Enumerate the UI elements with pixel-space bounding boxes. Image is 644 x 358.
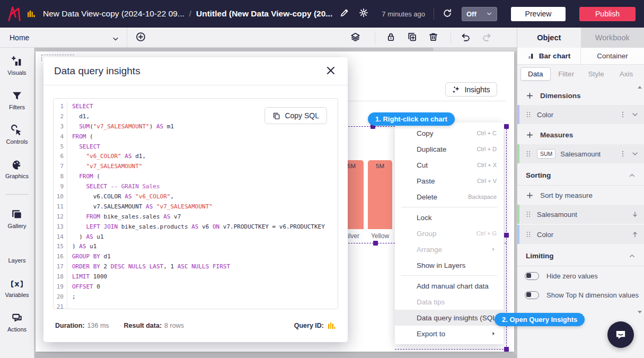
chart-bar-yellow[interactable]: 5MYellow: [368, 160, 392, 229]
add-sort-by-measure-button[interactable]: Sort by measure: [517, 186, 644, 205]
kebab-icon[interactable]: [619, 150, 627, 158]
sort-row-salesamount[interactable]: Salesamount: [517, 205, 644, 224]
selection-handle[interactable]: [504, 233, 509, 238]
sidebar-item-visuals[interactable]: Visuals: [0, 55, 34, 76]
app-root: New Data View-copy (2024-10-22 09.../Unt…: [0, 0, 644, 358]
duplicate-icon: [402, 145, 410, 153]
callout-step-1: 1. Right-click on chart: [368, 112, 455, 126]
menu-item-label: Cut: [417, 161, 428, 169]
canvas-bottom-scrollbar[interactable]: [34, 354, 517, 358]
publish-button[interactable]: Publish: [579, 7, 636, 21]
sort-row-color[interactable]: Color: [517, 225, 644, 244]
drag-handle-icon[interactable]: [525, 111, 532, 118]
tab-data[interactable]: Data: [521, 67, 551, 81]
component-tab-container[interactable]: Container: [580, 48, 644, 64]
duplicate-button[interactable]: [407, 32, 419, 43]
selection-handle[interactable]: [504, 124, 509, 129]
tab-filter[interactable]: Filter: [552, 67, 581, 81]
horizontal-scrollbar[interactable]: [0, 48, 517, 51]
autosave-value: Off: [466, 10, 477, 18]
arrow-down-icon[interactable]: [631, 211, 639, 218]
menu-item-data-query-insights-sql[interactable]: Data query insights (SQL): [395, 310, 504, 326]
selection-handle[interactable]: [504, 347, 509, 352]
breadcrumb-dataset[interactable]: New Data View-copy (2024-10-22 09...: [43, 9, 184, 18]
scrollbar-thumb[interactable]: [25, 48, 434, 51]
sidebar-item-layers[interactable]: Layers: [0, 243, 34, 264]
menu-item-show-in-layers[interactable]: Show in Layers: [395, 257, 504, 273]
sidebar-item-filters[interactable]: Filters: [0, 90, 34, 110]
modal-header: Data query insights: [43, 57, 348, 85]
sidebar-item-actions[interactable]: Actions: [0, 312, 34, 333]
toggle-label: Hide zero values: [546, 272, 598, 280]
menu-item-shortcut: Ctrl + X: [477, 162, 497, 168]
toggle-switch-show-top-n-dimension-values[interactable]: [525, 291, 539, 299]
menu-item-copy[interactable]: CopyCtrl + C: [395, 125, 504, 141]
page-selector-dropdown[interactable]: Home: [0, 28, 127, 47]
autosave-dropdown[interactable]: Off: [462, 7, 497, 21]
sidebar-item-graphics[interactable]: Graphics: [0, 159, 34, 179]
menu-item-duplicate[interactable]: DuplicateCtrl + D: [395, 141, 504, 157]
sidebar-item-label: Layers: [8, 257, 25, 264]
kebab-icon[interactable]: [619, 111, 627, 118]
drag-handle-icon[interactable]: [525, 211, 532, 218]
drag-handle-icon[interactable]: [525, 231, 532, 238]
tab-workbook[interactable]: Workbook: [581, 28, 644, 48]
component-tab-bar-chart[interactable]: Bar chart: [517, 48, 580, 64]
menu-item-cut[interactable]: CutCtrl + X: [395, 157, 504, 173]
menu-item-lock[interactable]: Lock: [395, 209, 504, 225]
menu-item-export-to[interactable]: Export to: [395, 326, 504, 342]
collapse-chevron-icon[interactable]: [629, 252, 636, 259]
page-selector-value: Home: [10, 33, 29, 42]
plus-icon: [526, 92, 534, 100]
copy-sql-button[interactable]: Copy SQL: [264, 107, 327, 124]
measure-row-salesamount[interactable]: SUMSalesamount: [517, 144, 644, 163]
selection-handle[interactable]: [373, 241, 378, 246]
layer-order-button[interactable]: [350, 32, 362, 43]
settings-gear-icon[interactable]: [359, 8, 370, 20]
help-chat-button[interactable]: [607, 321, 634, 348]
add-measure-button[interactable]: Measures: [517, 125, 644, 144]
sidebar-item-controls[interactable]: Controls: [0, 124, 34, 145]
scroll-down-arrow[interactable]: [638, 311, 642, 313]
tab-object[interactable]: Object: [517, 28, 581, 48]
delete-button[interactable]: [428, 32, 440, 43]
menu-item-add-manual-chart-data[interactable]: Add manual chart data: [395, 278, 504, 294]
menu-item-paste[interactable]: PasteCtrl + V: [395, 173, 504, 189]
tab-axis[interactable]: Axis: [612, 67, 641, 81]
line-number: 12: [54, 212, 67, 222]
arrow-up-icon[interactable]: [631, 231, 639, 238]
close-icon[interactable]: [325, 65, 337, 77]
add-element-button[interactable]: [136, 32, 147, 43]
line-number: 7: [54, 162, 67, 172]
insights-button[interactable]: Insights: [445, 82, 497, 97]
submenu-caret-icon: [490, 330, 497, 337]
aggregation-chip[interactable]: SUM: [537, 149, 555, 159]
svg-text:{x}: {x}: [11, 280, 23, 288]
refresh-icon[interactable]: [443, 8, 453, 19]
dimension-row-color[interactable]: Color: [517, 105, 644, 124]
rename-pencil-icon[interactable]: [340, 8, 351, 20]
add-dimension-button[interactable]: Dimensions: [517, 86, 644, 105]
toggle-switch-hide-zero-values[interactable]: [525, 272, 539, 280]
drag-handle-icon[interactable]: [525, 150, 532, 158]
tab-style[interactable]: Style: [582, 67, 611, 81]
chevron-down-icon[interactable]: [631, 150, 639, 158]
menu-item-label: Data tips: [417, 298, 445, 306]
scroll-up-arrow[interactable]: [638, 86, 642, 89]
sidebar-item-gallery[interactable]: Gallery: [0, 208, 34, 229]
toggle-knob: [526, 292, 531, 297]
lock-button[interactable]: [386, 32, 398, 43]
undo-button[interactable]: [461, 32, 472, 43]
stack-icon: [402, 245, 410, 254]
breadcrumb-workbook[interactable]: Untitled (New Data View-copy (20...: [196, 9, 332, 18]
menu-divider: [401, 207, 497, 207]
menu-divider: [401, 275, 497, 276]
collapse-chevron-icon[interactable]: [629, 172, 636, 179]
chevron-down-icon[interactable]: [631, 111, 639, 118]
menu-item-delete[interactable]: DeleteBackspace: [395, 189, 504, 205]
menu-item-label: Export to: [417, 330, 445, 338]
menu-item-label: Add manual chart data: [417, 282, 489, 290]
sidebar-item-variables[interactable]: {x}Variables: [0, 277, 34, 298]
preview-button[interactable]: Preview: [511, 7, 566, 21]
selection-border-bottom: [395, 349, 506, 350]
